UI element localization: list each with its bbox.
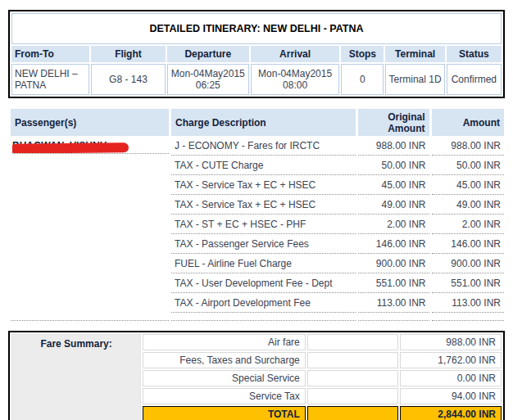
- fare-row-spacer: [307, 370, 399, 386]
- charge-original-amount: 146.00 INR: [358, 236, 429, 254]
- passenger-name: BHAGWAN, VISHNU: [12, 140, 169, 154]
- empty-cell: [358, 314, 429, 321]
- total-amount: 2,844.00 INR: [400, 406, 502, 420]
- fare-row-amount: 988.00 INR: [400, 334, 502, 350]
- charge-description: TAX - ST + EC + HSEC - PHF: [171, 216, 356, 234]
- itinerary-title-row: DETAILED ITINERARY: NEW DELHI - PATNA: [11, 13, 502, 44]
- charge-description: J - ECONOMY - Fares for IRCTC: [171, 138, 356, 156]
- charge-original-amount: 50.00 INR: [358, 157, 429, 175]
- fare-summary-table: Fare Summary: Air fare 988.00 INR Fees, …: [8, 331, 505, 420]
- col-header-original-amount: Original Amount: [358, 109, 429, 136]
- from-to-value: NEW DELHI – PATNA: [11, 64, 89, 95]
- charge-original-amount: 45.00 INR: [358, 177, 429, 195]
- col-header-arrival: Arrival: [251, 46, 339, 62]
- fare-row-amount: 94.00 INR: [400, 388, 502, 404]
- departure-value: Mon-04May2015 06:25: [167, 64, 249, 95]
- charge-amount: 551.00 INR: [432, 275, 504, 293]
- charge-description: TAX - Airport Development Fee: [171, 295, 356, 313]
- itinerary-page: DETAILED ITINERARY: NEW DELHI - PATNA Fr…: [0, 0, 513, 420]
- charge-original-amount: 988.00 INR: [358, 138, 429, 156]
- charge-amount: 988.00 INR: [432, 138, 504, 156]
- charges-header-row: Passenger(s) Charge Description Original…: [11, 109, 504, 136]
- itinerary-title: DETAILED ITINERARY: NEW DELHI - PATNA: [11, 13, 502, 44]
- fare-row-label: Service Tax: [143, 388, 306, 404]
- charge-row: BHAGWAN, VISHNU J - ECONOMY - Fares for …: [11, 138, 504, 156]
- stops-value: 0: [341, 64, 384, 95]
- fare-row-label: Air fare: [143, 334, 306, 350]
- col-header-status: Status: [447, 46, 502, 62]
- charge-amount: 49.00 INR: [432, 196, 504, 215]
- charge-amount: 45.00 INR: [432, 177, 504, 195]
- fare-row-spacer: [307, 334, 399, 350]
- charge-amount: 2.00 INR: [432, 216, 504, 234]
- charge-original-amount: 2.00 INR: [358, 216, 429, 234]
- col-header-amount: Amount: [432, 109, 504, 136]
- charge-description: TAX - Passenger Service Fees: [171, 236, 356, 254]
- fare-row-amount: 1,762.00 INR: [400, 352, 502, 368]
- charge-original-amount: 113.00 INR: [358, 295, 429, 313]
- fare-summary-row: Fare Summary: Air fare 988.00 INR: [11, 334, 502, 350]
- flight-value: G8 - 143: [91, 64, 165, 95]
- charge-amount: 50.00 INR: [432, 157, 504, 175]
- charge-amount: 146.00 INR: [432, 236, 504, 254]
- empty-cell: [171, 314, 356, 321]
- col-header-from-to: From-To: [11, 46, 89, 62]
- status-value: Confirmed: [447, 64, 502, 95]
- charge-description: TAX - Service Tax + EC + HSEC: [171, 177, 356, 195]
- charge-description: TAX - CUTE Charge: [171, 157, 356, 175]
- charge-amount: 113.00 INR: [432, 295, 504, 313]
- charge-original-amount: 49.00 INR: [358, 196, 429, 215]
- fare-row-spacer: [307, 388, 399, 404]
- terminal-value: Terminal 1D: [385, 64, 444, 95]
- fare-row-spacer: [307, 352, 399, 368]
- total-label: TOTAL: [143, 406, 306, 420]
- arrival-value: Mon-04May2015 08:00: [251, 64, 339, 95]
- passenger-cell: BHAGWAN, VISHNU: [11, 138, 169, 321]
- itinerary-data-row: NEW DELHI – PATNA G8 - 143 Mon-04May2015…: [11, 64, 502, 95]
- col-header-departure: Departure: [167, 46, 249, 62]
- charge-description: TAX - User Development Fee - Dept: [171, 275, 356, 293]
- empty-cell: [432, 314, 504, 321]
- col-header-charge-description: Charge Description: [171, 109, 356, 136]
- col-header-stops: Stops: [341, 46, 384, 62]
- itinerary-header-row: From-To Flight Departure Arrival Stops T…: [11, 46, 502, 62]
- detailed-itinerary-table: DETAILED ITINERARY: NEW DELHI - PATNA Fr…: [8, 10, 505, 98]
- fare-summary-label: Fare Summary:: [11, 334, 141, 420]
- fare-row-label: Special Service: [143, 370, 306, 386]
- col-header-flight: Flight: [91, 46, 165, 62]
- charge-amount: 900.00 INR: [432, 255, 504, 273]
- col-header-passengers: Passenger(s): [11, 109, 169, 136]
- fare-row-amount: 0.00 INR: [400, 370, 502, 386]
- charge-original-amount: 900.00 INR: [358, 255, 429, 273]
- charge-description: FUEL - Airline Fuel Charge: [171, 255, 356, 273]
- total-spacer: [307, 406, 399, 420]
- charges-table: Passenger(s) Charge Description Original…: [8, 107, 506, 323]
- redaction-bar: [12, 142, 129, 154]
- charge-original-amount: 551.00 INR: [358, 275, 429, 293]
- col-header-terminal: Terminal: [385, 46, 444, 62]
- fare-row-label: Fees, Taxes and Surcharge: [143, 352, 306, 368]
- charge-description: TAX - Service Tax + EC + HSEC: [171, 196, 356, 215]
